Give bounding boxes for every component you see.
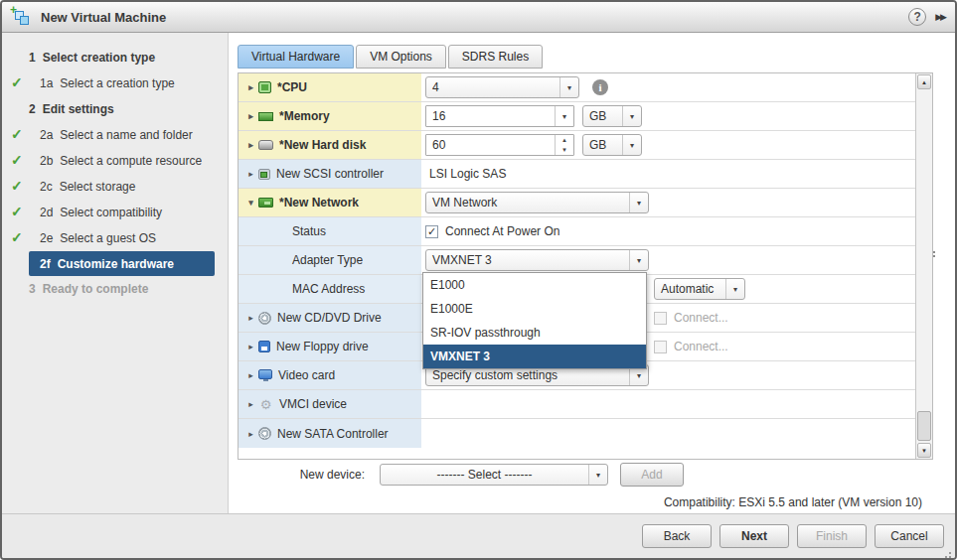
adapter-type-open-dropdown: E1000 E1000E SR-IOV passthrough VMXNET 3 (422, 272, 647, 369)
tab-virtual-hardware[interactable]: Virtual Hardware (238, 45, 354, 69)
expand-arrow-icon[interactable]: ▸ (245, 370, 256, 380)
compatibility-text: Compatibility: ESXi 5.5 and later (VM ve… (238, 495, 955, 509)
dialog-footer: Back Next Finish Cancel (2, 513, 955, 558)
row-network-status: Status ✓ Connect At Power On (239, 217, 932, 246)
scroll-down-icon[interactable]: ▼ (917, 443, 931, 458)
dropdown-option-e1000e[interactable]: E1000E (423, 297, 646, 321)
collapse-arrow-icon[interactable]: ▾ (245, 198, 256, 208)
hardware-table-scrollbar[interactable]: ▲ ▼ (915, 73, 932, 459)
row-vmci-device: ▸ ⚙ VMCI device (239, 390, 932, 419)
hard-disk-icon (258, 140, 273, 150)
tab-sdrs-rules[interactable]: SDRS Rules (448, 45, 543, 69)
new-vm-icon: + (12, 8, 33, 27)
info-icon: i (592, 79, 608, 95)
window-resize-grip[interactable] (949, 552, 951, 554)
hardware-table: ▸ *CPU 4 ▾ i ▸ (238, 72, 933, 460)
step-edit-settings: 2 Edit settings (2, 96, 228, 122)
row-new-sata-controller: ▸ New SATA Controller (239, 419, 932, 448)
step-2b[interactable]: ✓ 2b Select a compute resource (2, 148, 228, 174)
adapter-type-select[interactable]: VMXNET 3 ▾ (425, 249, 649, 271)
step-ready-to-complete: 3 Ready to complete (2, 276, 228, 302)
expand-arrow-icon[interactable]: ▸ (245, 399, 256, 409)
new-device-label: New device: (238, 468, 365, 482)
spinner-up-icon[interactable]: ▲ (556, 135, 573, 145)
memory-size-combo[interactable]: 16 ▾ (425, 105, 574, 127)
row-new-network: ▾ *New Network VM Network ▾ (239, 189, 932, 217)
scrollbar-thumb[interactable] (917, 411, 931, 441)
floppy-connect-checkbox-disabled (654, 341, 667, 353)
dropdown-arrow-icon[interactable]: ▾ (588, 465, 607, 485)
video-card-icon (258, 369, 272, 379)
new-device-bar: New device: ------- Select ------- ▾ Add (238, 463, 955, 487)
expand-arrow-icon[interactable]: ▸ (245, 111, 256, 121)
cpu-count-select[interactable]: 4 ▾ (425, 76, 579, 98)
title-bar: + New Virtual Machine ? ▶▶ (2, 2, 955, 33)
step-2f-customize-hardware-current[interactable]: 2f Customize hardware (29, 251, 215, 276)
disk-size-spinner[interactable]: 60 ▲ ▼ (425, 134, 574, 156)
step-2c[interactable]: ✓ 2c Select storage (2, 174, 228, 200)
step-2e[interactable]: ✓ 2e Select a guest OS (2, 225, 228, 251)
expand-arrow-icon[interactable]: ▸ (245, 429, 256, 439)
dropdown-arrow-icon[interactable]: ▾ (622, 135, 641, 155)
dropdown-arrow-icon[interactable]: ▾ (555, 106, 573, 126)
network-adapter-icon (258, 198, 273, 208)
dropdown-option-vmxnet3-selected[interactable]: VMXNET 3 (423, 345, 646, 368)
expand-arrow-icon[interactable]: ▸ (245, 342, 256, 351)
memory-icon (258, 112, 273, 121)
dropdown-arrow-icon[interactable]: ▾ (629, 250, 648, 270)
check-icon: ✓ (11, 126, 23, 142)
check-icon: ✓ (11, 178, 23, 194)
dropdown-arrow-icon[interactable]: ▾ (559, 77, 578, 97)
check-icon: ✓ (11, 152, 23, 168)
expand-arrow-icon[interactable]: ▸ (245, 313, 256, 323)
dropdown-arrow-icon[interactable]: ▾ (629, 193, 648, 212)
scroll-up-icon[interactable]: ▲ (917, 74, 931, 89)
row-memory: ▸ *Memory 16 ▾ GB ▾ (239, 102, 932, 131)
step-select-creation-type: 1 Select creation type (2, 45, 228, 70)
help-icon[interactable]: ? (908, 8, 926, 26)
next-button[interactable]: Next (719, 524, 789, 548)
expand-arrow-icon[interactable]: ▸ (245, 169, 256, 179)
new-vm-wizard-dialog: + New Virtual Machine ? ▶▶ 1 Select crea… (0, 0, 957, 560)
floppy-icon (258, 341, 270, 352)
cd-connect-checkbox-disabled (654, 312, 667, 325)
spinner-down-icon[interactable]: ▼ (556, 145, 573, 155)
disk-unit-select[interactable]: GB ▾ (582, 134, 642, 156)
sata-controller-icon (258, 427, 271, 440)
dropdown-arrow-icon[interactable]: ▾ (622, 106, 641, 126)
customize-hardware-panel: Virtual Hardware VM Options SDRS Rules ▸… (229, 33, 955, 516)
check-icon: ✓ (11, 74, 23, 90)
collapse-panel-icon[interactable]: ▶▶ (935, 12, 945, 22)
check-icon: ✓ (11, 229, 23, 245)
cancel-button[interactable]: Cancel (875, 524, 944, 548)
new-device-select[interactable]: ------- Select ------- ▾ (380, 464, 608, 486)
scsi-controller-value: LSI Logic SAS (425, 167, 506, 181)
expand-arrow-icon[interactable]: ▸ (245, 82, 256, 92)
wizard-steps-sidebar: 1 Select creation type ✓ 1a Select a cre… (2, 33, 229, 516)
memory-unit-select[interactable]: GB ▾ (582, 105, 642, 127)
row-new-hard-disk: ▸ *New Hard disk 60 ▲ ▼ (239, 131, 932, 160)
vmci-gear-icon: ⚙ (258, 398, 273, 411)
dropdown-option-e1000[interactable]: E1000 (423, 273, 646, 297)
scsi-controller-icon (258, 169, 270, 180)
check-icon: ✓ (11, 204, 23, 219)
finish-button[interactable]: Finish (797, 524, 867, 548)
row-cpu: ▸ *CPU 4 ▾ i (239, 73, 932, 102)
step-2d[interactable]: ✓ 2d Select compatibility (2, 200, 228, 225)
row-new-scsi-controller: ▸ New SCSI controller LSI Logic SAS (239, 160, 932, 189)
step-1a[interactable]: ✓ 1a Select a creation type (2, 70, 228, 96)
row-adapter-type: Adapter Type VMXNET 3 ▾ (239, 246, 932, 275)
add-device-button[interactable]: Add (620, 463, 684, 487)
tab-vm-options[interactable]: VM Options (356, 45, 446, 69)
hardware-tabs: Virtual Hardware VM Options SDRS Rules (238, 45, 955, 69)
cpu-icon (258, 81, 271, 93)
network-select[interactable]: VM Network ▾ (425, 192, 649, 213)
dropdown-arrow-icon[interactable]: ▾ (725, 279, 744, 299)
step-2a[interactable]: ✓ 2a Select a name and folder (2, 122, 228, 148)
connect-at-power-on-checkbox[interactable]: ✓ (425, 225, 438, 238)
dropdown-option-sriov[interactable]: SR-IOV passthrough (423, 321, 646, 345)
mac-address-mode-select[interactable]: Automatic ▾ (654, 278, 745, 300)
back-button[interactable]: Back (642, 524, 712, 548)
cd-dvd-icon (258, 312, 271, 325)
expand-arrow-icon[interactable]: ▸ (245, 140, 256, 150)
